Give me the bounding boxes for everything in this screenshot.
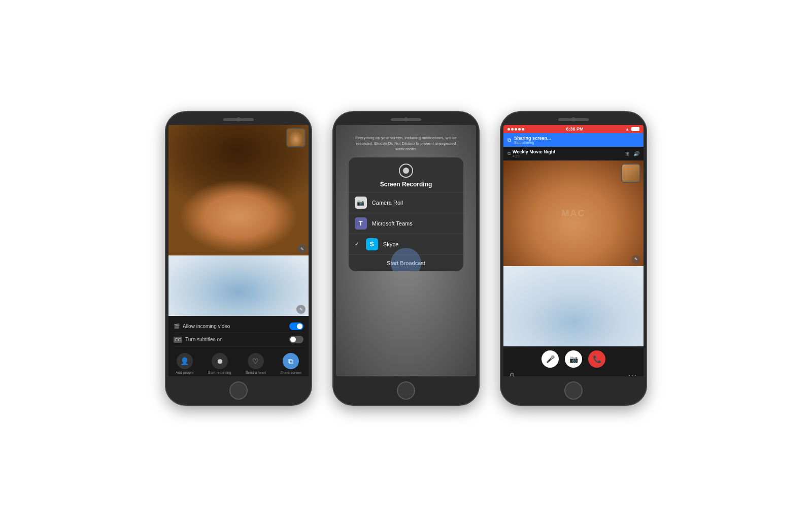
phone2-skype-label: Skype xyxy=(383,241,457,247)
phone1-send-heart-icon: ♡ xyxy=(248,353,264,369)
phone3-wifi-icon: ▲ xyxy=(625,127,629,132)
phone3-video-btn[interactable]: 📷 xyxy=(565,350,582,368)
phone3-secondary-person xyxy=(503,266,644,346)
phone1-share-screen-icon: ⧉ xyxy=(283,353,299,369)
phone3-main-video: ✎ Mac xyxy=(503,160,644,266)
phone1-add-people-btn[interactable]: 👤 Add people xyxy=(176,353,193,374)
phone3-call-title: Weekly Movie Night xyxy=(513,149,555,154)
phone3-mute-btn[interactable]: 🎤 xyxy=(542,350,559,368)
phone3-status-bar: 6:36 PM ▲ xyxy=(503,125,644,133)
phone1-home-button[interactable] xyxy=(229,381,248,400)
phone3-signal-dot-4 xyxy=(518,128,521,131)
phone3-call-header: ⧉ Weekly Movie Night 4:20 ⊞ 🔊 xyxy=(503,147,644,160)
phone1-send-heart-btn[interactable]: ♡ Send a heart xyxy=(246,353,266,374)
phone3-grid-icon[interactable]: ⊞ xyxy=(625,151,629,156)
phone3-call-icon-area: ⧉ Weekly Movie Night 4:20 xyxy=(507,149,555,158)
phone1-subtitles-icon: CC xyxy=(174,337,182,343)
phone1-bottom-bar xyxy=(166,376,311,405)
phone3-top-bar xyxy=(501,112,646,125)
phone3-call-info: Weekly Movie Night 4:20 xyxy=(513,149,555,158)
phone3-status-right: ▲ xyxy=(625,127,639,132)
phone3-call-right-icons: ⊞ 🔊 xyxy=(625,151,639,156)
phone3-call-actions: 🎤 📷 📞 xyxy=(507,350,639,368)
phone1-bottom-actions: 👤 Add people ⏺ Start recording ♡ Send a … xyxy=(168,349,309,376)
phone2-modal-header: Screen Recording xyxy=(349,157,463,192)
phone1-main-video: ✎ xyxy=(168,125,309,255)
phone1-subtitles-text: Turn subtitles on xyxy=(185,337,223,342)
phone2-blurred-bg: Everything on your screen, including not… xyxy=(336,125,476,376)
phone1-toggle-subtitles-row: CC Turn subtitles on xyxy=(174,333,303,346)
phone3-self-view xyxy=(621,164,640,183)
phone2-bottom-bar xyxy=(333,376,479,405)
phone1-secondary-person xyxy=(168,255,309,316)
phone1-start-recording-label: Start recording xyxy=(208,371,231,374)
phone-1: ✎ ✎ 🎬 Allow incoming video CC xyxy=(165,111,312,406)
phone3-stop-sharing[interactable]: Stop sharing xyxy=(514,141,639,144)
phone3-sharing-banner: ⧉ Sharing screen... Stop sharing xyxy=(503,133,644,147)
phone1-self-view xyxy=(286,128,306,147)
phone3-sharing-icon: ⧉ xyxy=(507,137,511,143)
phone2-top-bar xyxy=(333,112,479,125)
phone1-share-screen-label: Share screen xyxy=(280,371,301,374)
phone2-skype-check: ✓ xyxy=(355,241,359,247)
phone1-start-recording-btn[interactable]: ⏺ Start recording xyxy=(208,353,231,374)
phone3-focus-icon[interactable]: ⊙ xyxy=(510,371,515,376)
phone3-more-options[interactable]: ··· xyxy=(628,371,637,376)
phone1-add-people-label: Add people xyxy=(176,371,193,374)
phone1-start-recording-icon: ⏺ xyxy=(212,353,228,369)
phone2-screen: Everything on your screen, including not… xyxy=(336,125,476,376)
phone3-signal-dot-2 xyxy=(511,128,514,131)
phone3-screen-share-icon: ⧉ xyxy=(507,151,511,156)
phone2-modal-title: Screen Recording xyxy=(380,181,432,188)
phone3-signal-dot-1 xyxy=(507,128,510,131)
phone3-bottom-bar xyxy=(501,376,646,405)
phone3-edit-icon[interactable]: ✎ xyxy=(631,255,640,264)
phone2-teams-label: Microsoft Teams xyxy=(372,220,457,227)
phone3-status-time: 6:36 PM xyxy=(566,126,584,132)
phone2-camera-roll-label: Camera Roll xyxy=(372,200,457,206)
phone3-signal-dot-3 xyxy=(515,128,517,131)
phone3-volume-icon[interactable]: 🔊 xyxy=(633,151,639,156)
phone1-share-screen-btn[interactable]: ⧉ Share screen xyxy=(280,353,301,374)
phone2-teams-icon: T xyxy=(355,217,367,230)
phone3-call-duration: 4:20 xyxy=(513,154,555,158)
phone3-end-call-btn[interactable]: 📞 xyxy=(588,350,605,368)
phones-container: ✎ ✎ 🎬 Allow incoming video CC xyxy=(165,111,647,406)
phone2-option-teams[interactable]: T Microsoft Teams xyxy=(349,213,463,234)
phone2-record-icon-inner xyxy=(403,168,409,174)
phone3-battery-icon xyxy=(631,127,639,131)
phone2-camera-dot xyxy=(404,117,408,121)
phone1-secondary-video: ✎ xyxy=(168,255,309,316)
phone1-toggle-subtitles-label: CC Turn subtitles on xyxy=(174,337,223,343)
phone1-toggle-video[interactable] xyxy=(289,322,303,330)
phone3-call-bottom: 🎤 📷 📞 ⊙ ··· xyxy=(503,346,644,376)
phone1-controls-panel: 🎬 Allow incoming video CC Turn subtitles… xyxy=(168,316,309,349)
phone3-signal-dots xyxy=(507,128,524,131)
phone3-home-button[interactable] xyxy=(564,381,583,400)
phone-3: 6:36 PM ▲ ⧉ Sharing screen... Stop shari… xyxy=(500,111,647,406)
phone1-toggle-subtitles[interactable] xyxy=(289,336,303,343)
phone2-home-button[interactable] xyxy=(397,381,415,400)
phone1-toggle-video-label: 🎬 Allow incoming video xyxy=(174,324,230,329)
phone3-sharing-text: Sharing screen... Stop sharing xyxy=(514,136,639,144)
phone2-camera-roll-icon: 📷 xyxy=(355,197,367,209)
phone1-screen: ✎ ✎ 🎬 Allow incoming video CC xyxy=(168,125,309,376)
phone2-record-icon xyxy=(399,164,413,178)
phone1-toggle-video-row: 🎬 Allow incoming video xyxy=(174,320,303,333)
phone2-start-btn-wrap[interactable]: Start Broadcast xyxy=(349,255,463,271)
phone1-camera-dot xyxy=(236,117,241,121)
phone1-video-icon: 🎬 xyxy=(174,324,180,329)
phone1-top-bar xyxy=(166,112,311,125)
phone3-signal-dot-5 xyxy=(522,128,524,131)
phone2-modal: Screen Recording 📷 Camera Roll T Microso… xyxy=(349,157,463,271)
phone1-self-view-inner xyxy=(287,129,304,146)
phone1-add-people-icon: 👤 xyxy=(177,353,193,369)
phone2-option-camera-roll[interactable]: 📷 Camera Roll xyxy=(349,192,463,213)
phone-2: Everything on your screen, including not… xyxy=(332,111,480,406)
phone3-secondary-video xyxy=(503,266,644,346)
phone3-sharing-title: Sharing screen... xyxy=(514,136,639,141)
phone1-send-heart-label: Send a heart xyxy=(246,371,266,374)
phone2-skype-icon: S xyxy=(366,238,378,250)
phone3-camera-dot xyxy=(571,117,576,121)
phone2-hint-text: Everything on your screen, including not… xyxy=(336,135,476,152)
